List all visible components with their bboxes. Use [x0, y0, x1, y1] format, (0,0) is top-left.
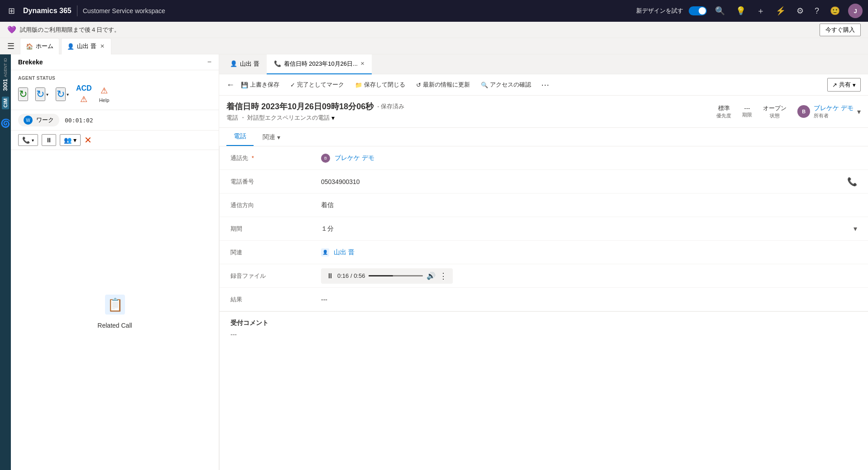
duration-value: １分	[321, 225, 854, 233]
new-design-toggle[interactable]	[689, 6, 707, 15]
subtitle-chevron[interactable]: ▾	[331, 114, 335, 121]
away-button[interactable]: ↻	[35, 87, 45, 101]
help-group: ⚠ Help	[99, 86, 110, 103]
to-value[interactable]: B ブレケケ デモ	[321, 154, 857, 163]
end-call-button[interactable]: ✕	[84, 135, 92, 145]
content-tab-call[interactable]: 📞 着信日時 2023年10月26日... ✕	[267, 54, 372, 74]
check-access-button[interactable]: 🔍 アクセスの確認	[476, 78, 536, 92]
deadline-label: 期限	[742, 111, 752, 118]
user-avatar[interactable]: J	[848, 4, 863, 18]
save-close-button[interactable]: 📁 保存して閉じる	[350, 78, 410, 92]
record-header: 着信日時 2023年10月26日09時18分06秒 - 保存済み 電話 ・ 対話…	[219, 96, 868, 128]
related-tab[interactable]: 関連 ▾	[255, 129, 288, 146]
related-value[interactable]: 👤 山出 晋	[321, 248, 857, 257]
record-meta: 標準 優先度 --- 期限 オープン 状態 B ブレケケ デモ 所有者	[716, 104, 861, 119]
status3-dropdown[interactable]: ▾	[67, 92, 69, 97]
group-button[interactable]: 👥 ▾	[60, 134, 81, 146]
status3-button[interactable]: ↻	[56, 87, 66, 101]
volume-button[interactable]: 🔊	[427, 271, 436, 280]
brekeke-sidebar: AGENT ID 3001 CIM 🌀	[0, 54, 11, 470]
main-layout: AGENT ID 3001 CIM 🌀 Brekeke − AGENT STAT…	[0, 54, 868, 470]
call-phone-button[interactable]: 📞	[847, 177, 857, 187]
content-tab-call-close[interactable]: ✕	[360, 61, 364, 67]
deadline-value: ---	[744, 105, 750, 111]
status-meta: オープン 状態	[763, 104, 786, 119]
owner-chevron-button[interactable]: ▾	[857, 107, 861, 116]
more-options-button[interactable]: ⋯	[537, 78, 553, 92]
play-pause-button[interactable]: ⏸	[326, 272, 334, 280]
content-tab-bar: 👤 山出 晋 📞 着信日時 2023年10月26日... ✕	[219, 54, 868, 74]
related-call-label: Related Call	[97, 322, 132, 329]
app-grid-button[interactable]: ⊞	[5, 3, 18, 19]
phone-tab[interactable]: 電話	[226, 128, 254, 146]
refresh-label: 最新の情報に更新	[423, 81, 470, 89]
svg-text:📋: 📋	[107, 297, 123, 312]
owner-label: 所有者	[814, 112, 854, 119]
smiley-button[interactable]: 🙂	[827, 3, 843, 19]
away-icon-group: ↻ ▾	[35, 87, 48, 101]
away-dropdown[interactable]: ▾	[46, 92, 48, 97]
priority-label: 優先度	[716, 112, 731, 119]
back-button[interactable]: ←	[226, 80, 235, 90]
person-tab-close[interactable]: ✕	[99, 42, 106, 50]
refresh-icon: ↺	[416, 82, 421, 88]
buy-now-button[interactable]: 今すぐ購入	[820, 24, 861, 36]
duration-expand-button[interactable]: ▾	[854, 224, 857, 233]
nav-separator	[77, 5, 77, 16]
phone-button[interactable]: 📞 ▾	[18, 134, 38, 146]
brand: Dynamics 365	[23, 7, 72, 15]
tab-bar: ☰ 🏠 ホーム 👤 山出 晋 ✕	[0, 38, 868, 54]
hold-button[interactable]: ⏸	[42, 134, 56, 146]
comments-value: ---	[230, 331, 857, 338]
home-tab[interactable]: 🏠 ホーム	[20, 38, 59, 54]
acd-group: ACD ⚠	[76, 84, 92, 104]
save-close-label: 保存して閉じる	[364, 81, 405, 89]
phone-field-row: 電話番号 05034900310 📞	[220, 170, 868, 194]
available-icon-group: ↻	[18, 87, 28, 101]
agent-id-value: 3001	[2, 79, 9, 91]
work-section: W ワーク 00:01:02	[11, 110, 219, 131]
share-icon: ↗	[832, 82, 837, 88]
minimize-button[interactable]: −	[207, 58, 211, 66]
more-audio-button[interactable]: ⋮	[439, 271, 447, 281]
phone-dropdown-arrow: ▾	[32, 138, 34, 143]
content-tab-person[interactable]: 👤 山出 晋	[223, 54, 267, 74]
home-tab-label: ホーム	[36, 42, 53, 50]
lightbulb-button[interactable]: 💡	[733, 3, 748, 19]
share-button[interactable]: ↗ 共有 ▾	[827, 78, 861, 92]
save-label: 上書き保存	[250, 81, 279, 89]
search-button[interactable]: 🔍	[712, 3, 728, 19]
filter-button[interactable]: ⚡	[773, 3, 788, 19]
warning-icon: ⚠	[80, 94, 87, 104]
help-warning-icon: ⚠	[101, 86, 108, 96]
audio-progress-bar[interactable]	[369, 275, 423, 276]
owner-avatar: B	[797, 105, 810, 118]
share-label: 共有	[839, 81, 851, 89]
direction-label: 通信方向	[230, 201, 321, 209]
owner-name[interactable]: ブレケケ デモ	[814, 104, 854, 112]
record-subtitle-row: 電話 ・ 対話型エクスペリエンスの電話 ▾	[226, 114, 711, 122]
status-value: オープン	[763, 104, 786, 112]
related-tab-chevron: ▾	[277, 134, 280, 141]
settings-button[interactable]: ⚙	[794, 3, 806, 19]
brekeke-logo: 🌀	[0, 118, 10, 128]
trial-message: 試用版のご利用期限まで後４日です。	[20, 26, 120, 34]
refresh-button[interactable]: ↺ 最新の情報に更新	[412, 78, 475, 92]
deadline-meta: --- 期限	[742, 105, 752, 118]
result-label: 結果	[230, 296, 321, 304]
duration-label: 期間	[230, 225, 321, 233]
priority-meta: 標準 優先度	[716, 104, 731, 119]
top-nav: ⊞ Dynamics 365 Customer Service workspac…	[0, 0, 868, 22]
add-button[interactable]: ＋	[754, 3, 767, 19]
form-right: 通話先 * B ブレケケ デモ 電話番号 05034900310 📞	[219, 146, 868, 470]
help-button[interactable]: ?	[812, 4, 822, 19]
save-button[interactable]: 💾 上書き保存	[236, 78, 284, 92]
left-sidebar: Brekeke − AGENT STATUS ↻ ↻ ▾	[11, 54, 219, 470]
hamburger-button[interactable]: ☰	[4, 39, 18, 53]
person-tab[interactable]: 👤 山出 晋 ✕	[61, 38, 111, 54]
available-button[interactable]: ↻	[18, 87, 28, 101]
direction-field-row: 通信方向 着信	[220, 194, 868, 217]
related-label: 関連	[230, 248, 321, 257]
mark-complete-button[interactable]: ✓ 完了としてマーク	[286, 78, 349, 92]
brand-name: Dynamics 365	[23, 7, 72, 15]
